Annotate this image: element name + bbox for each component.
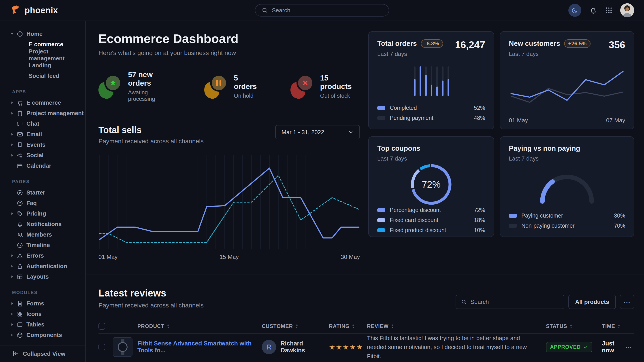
total-sells-x-axis: 01 May15 May30 May [98,254,360,263]
column-header-customer[interactable]: CUSTOMER [262,323,329,329]
user-avatar[interactable] [620,3,634,17]
brand-name: phoenix [24,5,58,15]
caret-right-icon [11,265,16,268]
sidebar-item-errors[interactable]: Errors [0,250,85,261]
status-badge: APPROVED [546,342,592,353]
sidebar-item-social[interactable]: Social [0,150,85,161]
column-header-status[interactable]: STATUS [546,323,602,329]
total-sells-subtitle: Payment received across all channels [98,138,204,145]
theme-toggle-button[interactable] [568,4,581,17]
box-icon [16,332,26,339]
x-blob-icon [290,74,314,99]
sidebar-item-notifications[interactable]: Notifications [0,219,85,229]
product-thumbnail[interactable] [113,337,132,357]
x-tick-label: 07 May [606,117,625,124]
tag-icon [16,210,26,217]
sidebar-item-icons[interactable]: Icons [0,309,85,319]
sidebar-item-forms[interactable]: Forms [0,298,85,309]
paying-title: Paying vs non paying [509,144,580,152]
question-circle-icon [16,200,26,207]
caret-right-icon [11,313,16,316]
sidebar-item-members[interactable]: Members [0,229,85,240]
top-coupons-donut-chart: 72% [377,162,485,207]
sidebar-item-starter[interactable]: Starter [0,187,85,198]
sidebar-item-timeline[interactable]: Timeline [0,240,85,250]
sidebar-item-events[interactable]: Events [0,139,85,150]
search-icon [461,299,467,305]
sidebar-item-layouts[interactable]: Layouts [0,272,85,282]
pause-blob-icon [204,74,228,99]
new-customers-value: 356 [609,39,625,50]
main-content: Ecommerce Dashboard Here's what's going … [86,21,644,362]
review-text: This Fitbit is fantastic! I was trying t… [367,334,546,361]
x-tick-label: 01 May [509,117,528,124]
product-link[interactable]: Fitbit Sense Advanced Smartwatch with To… [138,340,262,354]
legend-swatch [509,214,517,218]
total-orders-change-badge: -6.8% [421,39,443,48]
sidebar-subitem-social-feed[interactable]: Social feed [0,71,85,81]
row-more-button[interactable]: ⋯ [626,344,633,351]
lock-icon [16,263,26,270]
navbar-search-input[interactable]: Search... [255,4,389,16]
reviews-more-button[interactable]: ⋯ [620,295,634,309]
legend-completed: Completed 52% [377,105,485,111]
total-orders-legend: Completed 52% Pending payment 48% [377,105,485,121]
sidebar-item-home[interactable]: Home [0,29,85,39]
sidebar-item-chat[interactable]: Chat [0,118,85,129]
sidebar: Home E commerce Project management Landi… [0,21,86,362]
date-range-value: Mar 1 - 31, 2022 [282,129,324,136]
column-header-product[interactable]: PRODUCT [138,323,262,329]
caret-right-icon [11,112,16,115]
caret-right-icon [11,302,16,305]
order-stats-row: 57 new orders Awating processing 5 order… [98,70,360,102]
calendar-icon [16,163,26,169]
column-header-rating[interactable]: RATING [329,323,367,329]
apps-grid-button[interactable] [605,6,613,14]
total-orders-bar-chart [377,57,485,105]
sidebar-item-email[interactable]: Email [0,129,85,139]
brand-logo[interactable]: phoenix [10,4,58,16]
reviews-table-header: PRODUCT CUSTOMER RATING REVIEW STATUS TI… [98,319,634,334]
sidebar-item-faq[interactable]: Faq [0,198,85,208]
phoenix-logo-icon [10,4,22,16]
page-subtitle: Here's what's going on at your business … [98,49,360,56]
file-text-icon [16,300,26,307]
sidebar-item-calendar[interactable]: Calendar [0,161,85,171]
select-all-checkbox[interactable] [98,323,105,330]
review-text: The order was delivered ahead of schedul… [367,361,546,362]
sidebar-item-project-management[interactable]: Project management [0,108,85,118]
legend-paying-customer: Paying customer 30% [509,212,625,219]
sidebar-item-pricing[interactable]: Pricing [0,208,85,219]
pie-chart-icon [16,31,26,37]
collapse-left-icon [12,350,19,357]
total-orders-card: Total orders -6.8% Last 7 days 16,247 Co… [368,31,494,129]
apps-grid-icon [605,6,613,14]
top-coupons-legend: Percentage discount 72% Fixed card disco… [377,207,485,233]
sidebar-item-authentication[interactable]: Authentication [0,261,85,272]
row-checkbox[interactable] [98,344,105,350]
sidebar-section-modules: MODULES [0,290,85,295]
sidebar-item-e-commerce[interactable]: E commerce [0,97,85,108]
sidebar-item-tables[interactable]: Tables [0,319,85,330]
star-blob-icon [98,74,122,99]
legend-swatch [377,218,385,222]
column-header-time[interactable]: TIME [602,323,626,329]
search-placeholder: Search... [272,7,295,14]
reviews-search-input[interactable]: Search [456,295,564,309]
sidebar-subitem-project-management[interactable]: Project management [0,50,85,60]
total-orders-title: Total orders [377,39,417,48]
date-range-select[interactable]: Mar 1 - 31, 2022 [275,125,360,139]
bookmark-icon [16,142,26,148]
legend-swatch [377,228,385,232]
legend-percentage-discount: Percentage discount 72% [377,207,485,213]
icons-grid-icon [16,311,26,318]
donut-center-label: 72% [409,162,454,207]
collapsed-view-toggle[interactable]: Collapsed View [0,345,85,362]
column-header-review[interactable]: REVIEW [367,323,546,329]
all-products-button[interactable]: All products [568,295,616,309]
legend-swatch [377,106,385,110]
notifications-button[interactable] [589,6,598,14]
stat-awating-processing: 57 new orders Awating processing [98,70,175,102]
caret-right-icon [11,323,16,326]
sidebar-item-components[interactable]: Components [0,330,85,340]
